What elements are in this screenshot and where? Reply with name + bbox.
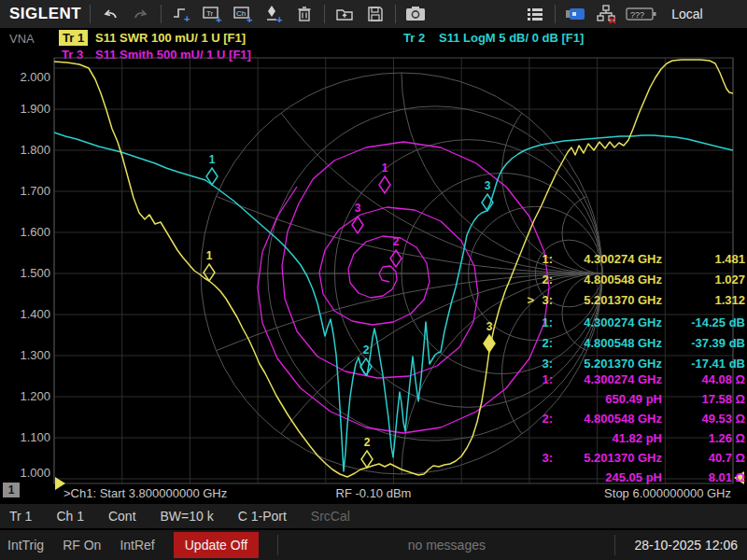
marker-frequency: 5.201370 GHz — [557, 451, 662, 465]
y-axis-label: 1.400 — [2, 306, 50, 323]
marker-value: 1.312 — [714, 293, 745, 307]
status-bar-channel: Tr 1 Ch 1 Cont BW=10 k C 1-Port SrcCal — [0, 503, 747, 528]
y-axis-label: 1.000 — [2, 465, 50, 482]
marker-row: 650.49 pH17.58 Ω — [523, 389, 745, 409]
marker-index: 2: — [534, 273, 553, 287]
marker-row: 2:4.800548 GHz1.027 — [523, 269, 745, 289]
marker-row: 41.82 pH1.26 Ω — [523, 428, 745, 448]
status-channel[interactable]: Ch 1 — [56, 509, 84, 524]
marker-table-swr: 1:4.300274 GHz1.481 2:4.800548 GHz1.027 … — [523, 248, 745, 310]
marker-index: 1: — [534, 252, 553, 266]
marker-value: 1.027 — [714, 273, 745, 287]
y-axis-label: 1.300 — [2, 347, 50, 364]
y-axis-label: 1.900 — [2, 101, 50, 118]
marker-diamond-smith-1 — [379, 176, 390, 193]
status-bar-system: IntTrig RF On IntRef Update Off no messa… — [0, 529, 747, 560]
marker-frequency: 5.201370 GHz — [557, 293, 662, 307]
status-trace[interactable]: Tr 1 — [9, 509, 32, 524]
marker-inductance: 41.82 pH — [557, 431, 662, 445]
y-axis-label: 1.600 — [2, 224, 50, 241]
marker-number: 1 — [206, 249, 213, 262]
marker-number: 2 — [393, 235, 400, 248]
marker-value: 17.58 Ω — [701, 392, 745, 406]
marker-index: 2: — [534, 412, 553, 426]
marker-row: 3:5.201370 GHz40.7 Ω — [523, 448, 745, 468]
channel-badge[interactable]: 1 — [3, 483, 20, 497]
marker-row: 2:4.800548 GHz-37.39 dB — [523, 332, 745, 353]
marker-row: 1:4.300274 GHz-14.25 dB — [523, 312, 745, 332]
status-separator — [277, 535, 278, 555]
marker-row: 1:4.300274 GHz44.08 Ω — [523, 370, 745, 389]
marker-number: 3 — [486, 320, 493, 333]
y-axis-label: 1.700 — [2, 183, 50, 200]
marker-row: >3:5.201370 GHz1.312 — [523, 289, 745, 310]
marker-index: 2: — [534, 336, 553, 350]
marker-value: -37.39 dB — [691, 336, 745, 350]
marker-row: 2:4.800548 GHz49.53 Ω — [523, 409, 745, 428]
status-reference[interactable]: IntRef — [120, 538, 154, 553]
marker-number: 3 — [485, 179, 491, 192]
y-axis-label: 1.500 — [2, 265, 50, 282]
status-update-off-button[interactable]: Update Off — [174, 532, 259, 558]
marker-frequency: 4.800548 GHz — [557, 336, 662, 350]
marker-table-smith: 1:4.300274 GHz44.08 Ω 650.49 pH17.58 Ω 2… — [523, 370, 745, 487]
marker-number: 3 — [355, 202, 361, 215]
marker-row: 1:4.300274 GHz1.481 — [523, 248, 745, 269]
marker-index: 1: — [534, 315, 553, 329]
marker-number: 1 — [209, 153, 216, 166]
active-marker-indicator: > — [523, 293, 534, 307]
marker-index: 3: — [534, 357, 553, 371]
marker-inductance: 245.05 pH — [557, 470, 662, 484]
status-sweep-mode[interactable]: Cont — [108, 509, 136, 524]
y-axis-label: 1.200 — [2, 388, 50, 405]
marker-frequency: 4.300274 GHz — [557, 315, 662, 329]
status-srccal[interactable]: SrcCal — [311, 509, 350, 524]
vna-application-window: SIGLENT + Tr+ Ch+ + — [0, 0, 747, 560]
marker-value: 44.08 Ω — [701, 372, 745, 386]
marker-index: 3: — [534, 451, 553, 465]
marker-value: -17.41 dB — [691, 357, 745, 371]
marker-value: 8.01 Ω — [709, 470, 745, 484]
marker-diamond-swr-3 — [484, 335, 495, 352]
status-if-bandwidth[interactable]: BW=10 k — [161, 509, 214, 524]
datetime-label: 28-10-2025 12:06 — [634, 538, 738, 553]
marker-frequency: 4.800548 GHz — [557, 412, 662, 426]
y-axis-label: 2.000 — [2, 69, 50, 86]
marker-frequency: 4.300274 GHz — [557, 372, 662, 386]
marker-value: 49.53 Ω — [701, 412, 745, 426]
marker-number: 2 — [363, 343, 370, 357]
y-axis-label: 1.800 — [2, 142, 50, 159]
sweep-annotation-bar: >Ch1: Start 3.800000000 GHz RF -0.10 dBm… — [0, 484, 747, 503]
status-trigger[interactable]: IntTrig — [7, 538, 44, 553]
status-rf[interactable]: RF On — [63, 538, 101, 553]
marker-index: 3: — [534, 293, 553, 307]
trace-smith — [258, 142, 549, 433]
message-area: no messages — [297, 538, 596, 553]
marker-frequency: 5.201370 GHz — [557, 357, 662, 371]
stop-frequency-label[interactable]: Stop 6.000000000 GHz — [604, 486, 731, 500]
marker-value: 40.7 Ω — [709, 451, 745, 465]
status-separator — [614, 535, 615, 555]
marker-diamond-swr-2 — [361, 451, 373, 468]
marker-number: 1 — [382, 161, 388, 175]
marker-value: 1.481 — [714, 252, 745, 266]
marker-frequency: 4.300274 GHz — [557, 252, 662, 266]
marker-value: -14.25 dB — [691, 315, 745, 329]
y-axis-label: 1.100 — [2, 429, 50, 446]
marker-index: 1: — [534, 372, 553, 386]
marker-table-logm: 1:4.300274 GHz-14.25 dB 2:4.800548 GHz-3… — [523, 312, 745, 373]
marker-number: 2 — [364, 436, 371, 449]
marker-inductance: 650.49 pH — [557, 392, 662, 406]
marker-value: 1.26 Ω — [709, 431, 745, 445]
marker-frequency: 4.800548 GHz — [557, 273, 662, 287]
status-cal-1port[interactable]: C 1-Port — [238, 509, 287, 524]
